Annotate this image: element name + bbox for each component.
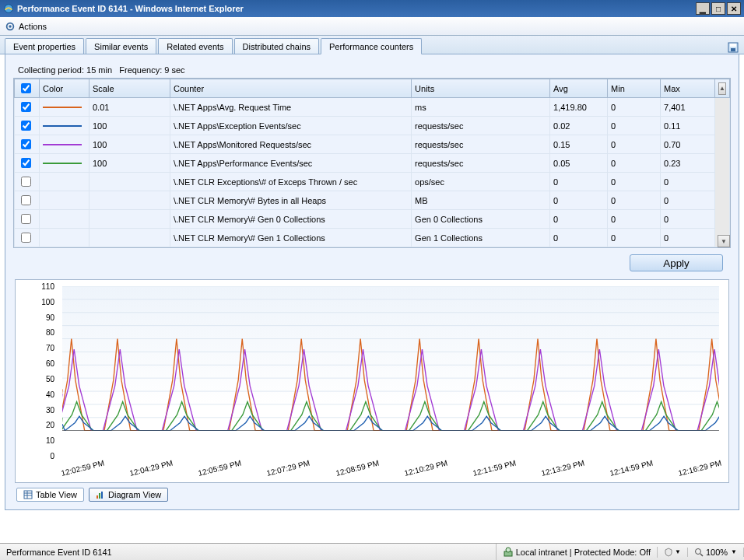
series-line [62, 349, 719, 431]
cell-max: 0.70 [661, 135, 715, 154]
cell-units: requests/sec [412, 154, 550, 173]
cell-scale [89, 229, 170, 247]
cell-max: 0.11 [661, 117, 715, 135]
cell-units: requests/sec [412, 117, 550, 135]
table-row[interactable]: 0.01\.NET Apps\Avg. Request Timems1,419.… [15, 98, 730, 117]
th-units[interactable]: Units [412, 79, 550, 98]
counters-table-wrap: Color Scale Counter Units Avg Min Max ▲ … [13, 78, 731, 248]
cell-scale [89, 210, 170, 229]
maximize-button[interactable]: □ [711, 2, 725, 15]
cell-counter: \.NET Apps\Avg. Request Time [170, 98, 412, 117]
chevron-down-icon: ▼ [675, 548, 681, 555]
chart-svg [62, 286, 719, 431]
th-scale[interactable]: Scale [89, 79, 170, 98]
table-row[interactable]: \.NET CLR Memory\# Gen 0 CollectionsGen … [15, 210, 730, 229]
tab-event-properties[interactable]: Event properties [5, 38, 84, 54]
cell-min: 0 [608, 173, 661, 191]
cell-units: requests/sec [412, 135, 550, 154]
diagram-view-button[interactable]: Diagram View [89, 488, 168, 502]
header-checkbox[interactable] [21, 83, 31, 93]
tab-distributed-chains[interactable]: Distributed chains [234, 38, 319, 54]
table-row[interactable]: \.NET CLR Memory\# Bytes in all HeapsMB0… [15, 191, 730, 210]
th-min[interactable]: Min [608, 79, 661, 98]
shield-icon [664, 548, 673, 557]
cell-scale [89, 173, 170, 191]
row-checkbox[interactable] [21, 195, 31, 205]
scrollbar[interactable] [715, 98, 730, 247]
x-tick-label: 12:10:29 PM [403, 459, 448, 478]
row-checkbox[interactable] [21, 102, 31, 112]
svg-rect-23 [97, 495, 98, 499]
cell-scale: 100 [89, 135, 170, 154]
cell-avg: 0 [550, 229, 608, 247]
cell-avg: 0.02 [550, 117, 608, 135]
th-max[interactable]: Max [661, 79, 715, 98]
minimize-button[interactable]: ▁ [696, 2, 710, 15]
row-checkbox[interactable] [21, 214, 31, 224]
x-tick-label: 12:02:59 PM [60, 459, 105, 478]
save-icon[interactable] [727, 41, 739, 54]
status-zoom[interactable]: 100% ▼ [688, 548, 744, 557]
scroll-down-button[interactable]: ▼ [718, 235, 730, 247]
row-checkbox[interactable] [21, 121, 31, 131]
th-avg[interactable]: Avg [550, 79, 608, 98]
cell-avg: 0 [550, 173, 608, 191]
scroll-up-button[interactable]: ▲ [718, 82, 726, 95]
table-row[interactable]: 100\.NET Apps\Exception Events/secreques… [15, 117, 730, 135]
apply-button[interactable]: Apply [630, 254, 723, 271]
table-row[interactable]: \.NET CLR Memory\# Gen 1 CollectionsGen … [15, 229, 730, 247]
th-counter[interactable]: Counter [170, 79, 412, 98]
tab-performance-counters[interactable]: Performance counters [321, 38, 422, 54]
cell-scale [89, 191, 170, 210]
chart-area: 0102030405060708090100110 12:02:59 PM12:… [15, 279, 729, 483]
chevron-down-icon: ▼ [731, 548, 737, 555]
svg-rect-5 [731, 48, 735, 51]
status-security[interactable]: ▼ [658, 548, 688, 557]
color-swatch [43, 107, 82, 108]
tabs-bar: Event properties Similar events Related … [0, 36, 744, 54]
table-row[interactable]: 100\.NET Apps\Performance Events/secrequ… [15, 154, 730, 173]
x-tick-label: 12:13:29 PM [540, 459, 585, 478]
close-button[interactable]: ✕ [727, 2, 741, 15]
tab-similar-events[interactable]: Similar events [86, 38, 156, 54]
table-view-button[interactable]: Table View [16, 488, 84, 502]
row-checkbox[interactable] [21, 233, 31, 243]
cell-units: Gen 1 Collections [412, 229, 550, 247]
cell-min: 0 [608, 210, 661, 229]
svg-point-28 [695, 548, 700, 554]
color-swatch [43, 163, 82, 164]
actions-label[interactable]: Actions [19, 22, 47, 31]
x-tick-label: 12:04:29 PM [128, 459, 174, 478]
cell-avg: 0.15 [550, 135, 608, 154]
row-checkbox[interactable] [21, 158, 31, 168]
counters-table: Color Scale Counter Units Avg Min Max ▲ … [14, 79, 730, 247]
cell-units: MB [412, 191, 550, 210]
svg-rect-25 [101, 492, 103, 499]
cell-units: ms [412, 98, 550, 117]
series-line [62, 339, 719, 431]
bar-chart-icon [96, 490, 105, 499]
cell-max: 0.23 [661, 154, 715, 173]
x-tick-label: 12:11:59 PM [472, 459, 517, 478]
cell-scale: 100 [89, 154, 170, 173]
cell-min: 0 [608, 229, 661, 247]
cell-units: Gen 0 Collections [412, 210, 550, 229]
cell-min: 0 [608, 135, 661, 154]
y-tick-label: 0 [50, 452, 54, 460]
action-bar: Actions [0, 17, 744, 36]
row-checkbox[interactable] [21, 177, 31, 187]
table-row[interactable]: \.NET CLR Exceptions\# of Exceps Thrown … [15, 173, 730, 191]
status-bar: Performance Event ID 6141 Local intranet… [0, 543, 744, 560]
y-tick-label: 110 [41, 282, 54, 291]
th-color[interactable]: Color [40, 79, 89, 98]
row-checkbox[interactable] [21, 139, 31, 149]
table-row[interactable]: 100\.NET Apps\Monitored Requests/secrequ… [15, 135, 730, 154]
cell-min: 0 [608, 98, 661, 117]
tab-related-events[interactable]: Related events [158, 38, 232, 54]
zone-icon [503, 547, 514, 558]
y-tick-label: 20 [46, 421, 54, 429]
x-tick-label: 12:14:59 PM [609, 459, 655, 478]
y-tick-label: 40 [46, 390, 54, 398]
x-tick-label: 12:05:59 PM [198, 459, 243, 478]
cell-scale: 0.01 [89, 98, 170, 117]
